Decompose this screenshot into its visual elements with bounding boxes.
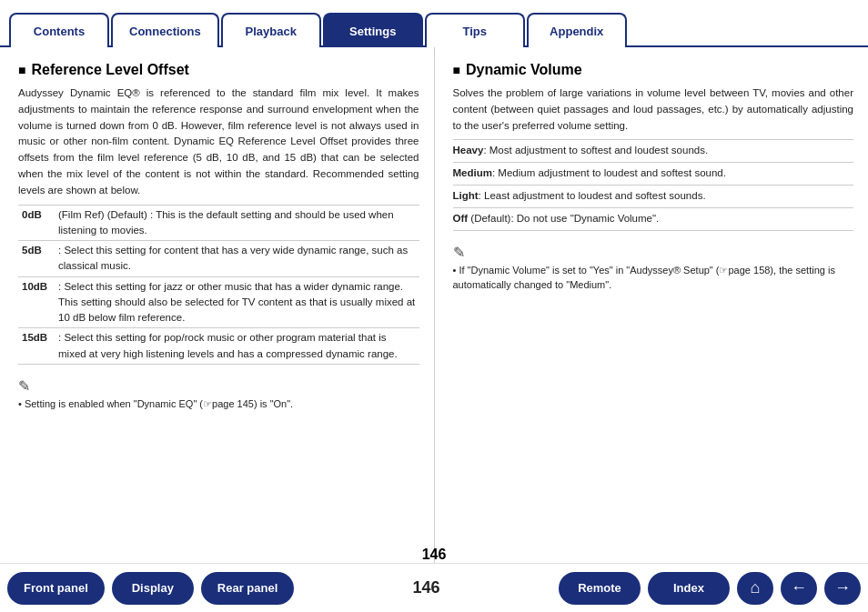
dv-term: Heavy — [453, 145, 484, 156]
left-note-text: • Setting is enabled when "Dynamic EQ" (… — [18, 396, 419, 412]
tab-bar: Contents Connections Playback Settings T… — [0, 0, 868, 47]
tab-appendix[interactable]: Appendix — [527, 13, 627, 47]
left-panel: Reference Level Offset Audyssey Dynamic … — [0, 47, 435, 563]
def-term: 15dB — [18, 328, 55, 365]
main-content: Reference Level Offset Audyssey Dynamic … — [0, 47, 868, 563]
dv-desc: : Least adjustment to loudest and softes… — [479, 190, 706, 201]
list-item: Light: Least adjustment to loudest and s… — [453, 185, 854, 207]
page-number-bottom: 146 — [404, 578, 449, 597]
left-intro-text: Audyssey Dynamic EQ® is referenced to th… — [18, 85, 419, 199]
right-section-title: Dynamic Volume — [453, 62, 854, 78]
table-row: 0dB (Film Ref) (Default) : This is the d… — [18, 205, 419, 241]
rear-panel-button[interactable]: Rear panel — [201, 572, 294, 605]
list-item: Medium: Medium adjustment to loudest and… — [453, 162, 854, 185]
display-button[interactable]: Display — [112, 572, 194, 605]
dynamic-volume-items: Heavy: Most adjustment to softest and lo… — [453, 139, 854, 230]
left-note-section: ✎ • Setting is enabled when "Dynamic EQ"… — [18, 372, 419, 412]
left-note-icon: ✎ — [18, 377, 419, 395]
dv-term: Medium — [453, 167, 492, 178]
right-note-icon: ✎ — [453, 244, 854, 261]
list-item: Off (Default): Do not use "Dynamic Volum… — [453, 207, 854, 231]
dv-term: Off — [453, 213, 469, 224]
right-note-text: • If "Dynamic Volume" is set to "Yes" in… — [453, 263, 854, 293]
right-note-section: ✎ • If "Dynamic Volume" is set to "Yes" … — [453, 238, 854, 293]
index-button[interactable]: Index — [648, 572, 730, 605]
page-number: 146 — [422, 547, 447, 563]
tab-settings[interactable]: Settings — [323, 13, 423, 47]
bottom-nav-left: Front panel Display Rear panel — [7, 572, 294, 605]
tab-tips[interactable]: Tips — [425, 13, 525, 47]
dv-term: Light — [453, 190, 479, 201]
tab-connections[interactable]: Connections — [111, 13, 219, 47]
front-panel-button[interactable]: Front panel — [7, 572, 105, 605]
table-row: 10dB : Select this setting for jazz or o… — [18, 276, 419, 328]
definition-table: 0dB (Film Ref) (Default) : This is the d… — [18, 205, 419, 365]
def-desc: : Select this setting for pop/rock music… — [55, 328, 419, 365]
def-term: 0dB — [18, 205, 55, 241]
dv-desc: : Do not use "Dynamic Volume". — [510, 213, 659, 224]
home-button[interactable]: ⌂ — [737, 572, 773, 605]
right-panel: Dynamic Volume Solves the problem of lar… — [435, 47, 869, 563]
right-intro-text: Solves the problem of large variations i… — [453, 85, 854, 134]
back-button[interactable]: ← — [781, 572, 817, 605]
def-desc: : Select this setting for content that h… — [55, 241, 419, 277]
table-row: 5dB : Select this setting for content th… — [18, 241, 419, 277]
def-term: 5dB — [18, 241, 55, 277]
def-desc: : Select this setting for jazz or other … — [55, 276, 419, 328]
tab-contents[interactable]: Contents — [9, 13, 109, 47]
bottom-nav-right: Remote Index ⌂ ← → — [559, 572, 861, 605]
def-desc: (Film Ref) (Default) : This is the defau… — [55, 205, 419, 241]
bottom-nav: Front panel Display Rear panel 146 Remot… — [0, 563, 868, 612]
table-row: 15dB : Select this setting for pop/rock … — [18, 328, 419, 365]
dv-desc: : Medium adjustment to loudest and softe… — [492, 167, 726, 178]
remote-button[interactable]: Remote — [559, 572, 641, 605]
def-term: 10dB — [18, 276, 55, 328]
forward-button[interactable]: → — [824, 572, 861, 605]
list-item: Heavy: Most adjustment to softest and lo… — [453, 139, 854, 162]
dv-desc: : Most adjustment to softest and loudest… — [483, 145, 708, 156]
dv-suffix: (Default) — [470, 213, 510, 224]
tab-playback[interactable]: Playback — [221, 13, 321, 47]
left-section-title: Reference Level Offset — [18, 62, 419, 78]
